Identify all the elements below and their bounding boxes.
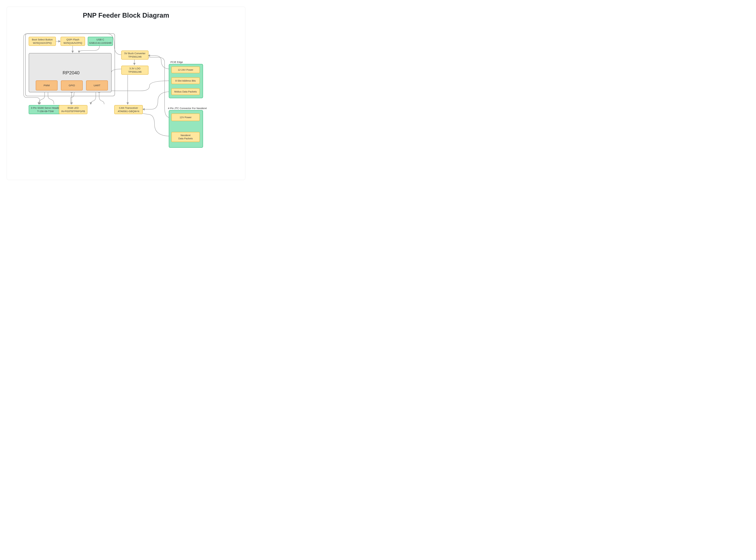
uart-label: UART (93, 84, 101, 87)
servo-line1: 3 Pin SG90 Servo Header (31, 106, 60, 109)
uart-block: UART (86, 80, 108, 91)
pwm-block: PWM (36, 80, 58, 91)
jtc-item-1: Neoden4 Data Packets (178, 134, 193, 140)
can-line1: CAN Transceiver (119, 106, 138, 109)
pcie-item-1: 8 Slot Address Bits (175, 79, 196, 82)
gpio-block: GPIO (61, 80, 83, 91)
rp2040-label: RP2040 (63, 70, 80, 76)
buck-5v-block: 5V Buck Converter TPS561246 (121, 51, 148, 60)
rgb-line1: RGB LED (68, 106, 79, 109)
pcie-item-2: Mobus Data Packets (174, 90, 197, 93)
can-line2: ATA6561-GBQW-N (118, 109, 139, 113)
qspi-flash-block: QSPI Flash W25Q16JVZPIQ (61, 37, 85, 46)
buck-line2: TPS561246 (128, 55, 142, 58)
pcie-item-address: 8 Slot Address Bits (171, 77, 200, 84)
usbc-line2: GSB1C41110SSHR (89, 41, 111, 45)
pcie-item-power: 12-24V Power (171, 66, 200, 73)
jtc-item-data: Neoden4 Data Packets (171, 132, 200, 142)
usb-c-block: USB C GSB1C41110SSHR (88, 37, 113, 46)
qspi-line2: W25Q16JVZPIQ (63, 41, 82, 45)
diagram-frame: PNP Feeder Block Diagram (7, 7, 245, 180)
boot-line1: Boot Select Button (32, 38, 53, 41)
pcie-item-0: 12-24V Power (178, 68, 193, 71)
ldo-line1: 3.3V LDO (129, 67, 141, 70)
pwm-label: PWM (44, 84, 50, 87)
rgb-led-block: RGB LED IN-PI33TBTPRPGPB (59, 105, 87, 114)
pcie-item-mobus: Mobus Data Packets (171, 88, 200, 95)
usbc-line1: USB C (97, 38, 104, 41)
rgb-line2: IN-PI33TBTPRPGPB (61, 109, 85, 113)
jtc-item-power: 12V Power (171, 114, 200, 121)
servo-line2: T-156-08-TSW (37, 109, 54, 113)
pcie-title: PCIE Edge (170, 61, 183, 63)
qspi-line1: QSPI Flash (66, 38, 79, 41)
boot-select-block: Boot Select Button W25Q16JVZPIQ (29, 37, 56, 46)
ldo-3v3-block: 3.3V LDO TPS561246 (121, 66, 148, 75)
servo-header-block: 3 Pin SG90 Servo Header T-156-08-TSW (29, 105, 62, 114)
can-transceiver-block: CAN Transceiver ATA6561-GBQW-N (114, 105, 143, 114)
buck-line1: 5V Buck Converter (124, 52, 145, 55)
boot-line2: W25Q16JVZPIQ (33, 41, 52, 45)
jtc-title: 4 Pin JTC Connector For Neoden4 (168, 107, 207, 109)
page: PNP Feeder Block Diagram (0, 0, 252, 187)
gpio-label: GPIO (69, 84, 75, 87)
ldo-line2: TPS561246 (128, 70, 142, 74)
jtc-item-0: 12V Power (180, 116, 192, 119)
